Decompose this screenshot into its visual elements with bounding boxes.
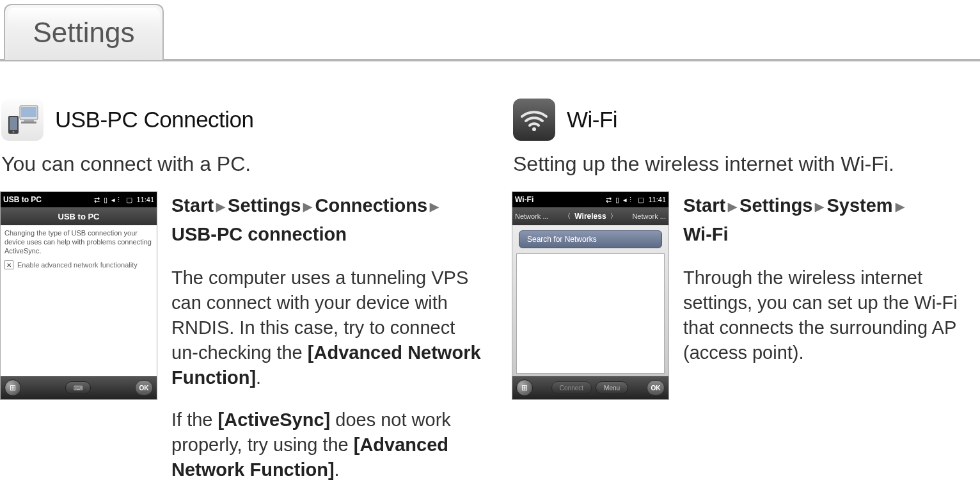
path-seg: USB-PC connection [171, 224, 347, 244]
usb-checkbox-row[interactable]: ✕ Enable advanced network functionality [1, 258, 157, 272]
tab-center-label: Wireless [574, 212, 606, 221]
windows-icon: ⊞ [10, 383, 16, 392]
usb-titlebar: USB to PC [1, 207, 157, 225]
triangle-icon: ▶ [725, 200, 739, 213]
svg-rect-1 [21, 107, 36, 117]
wifi-statusbar: Wi-Fi ⇄ ▯ ◂⋮ ▢ 11:41 [512, 192, 668, 207]
wifi-icon [513, 99, 555, 141]
tab-center[interactable]: 〈 Wireless 〉 [564, 212, 616, 221]
windows-icon: ⊞ [521, 383, 528, 392]
wifi-screenshot: Wi-Fi ⇄ ▯ ◂⋮ ▢ 11:41 Network ... 〈 Wirel… [512, 191, 669, 400]
path-seg: Start [171, 195, 214, 216]
usb-device-body: Changing the type of USB connection your… [1, 225, 157, 376]
tab-left[interactable]: Network ... [515, 212, 549, 220]
usb-screenshot: USB to PC ⇄ ▯ ◂⋮ ▢ 11:41 USB to PC Chang… [0, 191, 157, 400]
triangle-icon: ▶ [214, 200, 228, 213]
wifi-row: Wi-Fi ⇄ ▯ ◂⋮ ▢ 11:41 Network ... 〈 Wirel… [512, 191, 980, 400]
menu-label: Menu [604, 385, 620, 392]
connect-button[interactable]: Connect [551, 381, 592, 394]
usb-column: USB-PC Connection You can connect with a… [0, 90, 486, 482]
wifi-softbar: ⊞ Connect Menu OK [512, 376, 668, 399]
wifi-instructions: Start▶Settings▶System▶Wi-Fi Through the … [683, 191, 980, 400]
triangle-icon: ▶ [427, 200, 441, 213]
usb-checkbox-label: Enable advanced network functionality [17, 261, 138, 269]
path-seg: System [826, 195, 892, 216]
path-seg: Settings [739, 195, 812, 216]
usb-section-title: USB-PC Connection [55, 107, 254, 132]
settings-tab-label: Settings [33, 17, 135, 49]
wifi-path: Start▶Settings▶System▶Wi-Fi [683, 191, 980, 249]
wifi-intro: Setting up the wireless internet with Wi… [513, 152, 980, 176]
antenna-icon: ▯ [104, 196, 107, 204]
svg-point-6 [12, 131, 14, 132]
checkbox-icon[interactable]: ✕ [4, 260, 13, 269]
usb-intro: You can connect with a PC. [1, 152, 486, 176]
tab-right[interactable]: Network ... [632, 212, 666, 220]
usb-softbar: ⊞ ⌨ OK [1, 376, 157, 399]
text-bold: [ActiveSync] [218, 409, 331, 430]
wifi-para: Through the wireless internet settings, … [683, 266, 980, 366]
keyboard-button[interactable]: ⌨ [65, 381, 91, 394]
battery-icon: ▢ [638, 196, 644, 204]
usb-body-text: Changing the type of USB connection your… [1, 225, 157, 258]
search-networks-label: Search for Networks [527, 235, 597, 244]
battery-icon: ▢ [126, 196, 132, 204]
start-button[interactable]: ⊞ [516, 379, 533, 396]
antenna-icon: ▯ [615, 196, 619, 204]
text: If the [171, 409, 218, 430]
wifi-column: Wi-Fi Setting up the wireless internet w… [512, 90, 980, 482]
wifi-device-body: Search for Networks [512, 225, 668, 376]
ok-button[interactable]: OK [135, 380, 153, 395]
text: . [335, 459, 340, 480]
menu-button[interactable]: Menu [596, 381, 628, 394]
usb-status-title: USB to PC [3, 195, 42, 204]
chevron-left-icon: 〈 [564, 212, 571, 221]
text: . [256, 367, 261, 388]
usb-path: Start▶Settings▶Connections▶USB-PC connec… [171, 191, 486, 249]
networks-list-panel [516, 253, 665, 374]
tab-right-label: Network ... [632, 212, 666, 220]
settings-tab: Settings [4, 4, 164, 60]
signal-icon: ⇄ [606, 196, 612, 204]
wifi-section-title: Wi-Fi [567, 107, 617, 132]
keyboard-icon: ⌨ [74, 385, 83, 392]
wifi-status-time: 11:41 [648, 196, 666, 203]
wifi-status-right: ⇄ ▯ ◂⋮ ▢ 11:41 [606, 196, 666, 204]
wifi-status-title: Wi-Fi [515, 195, 533, 204]
usb-row: USB to PC ⇄ ▯ ◂⋮ ▢ 11:41 USB to PC Chang… [0, 191, 486, 482]
svg-point-7 [532, 127, 536, 131]
usb-instructions: Start▶Settings▶Connections▶USB-PC connec… [171, 191, 486, 482]
triangle-icon: ▶ [812, 200, 826, 213]
speaker-icon: ◂⋮ [623, 196, 634, 204]
ok-button[interactable]: OK [647, 380, 665, 395]
path-seg: Settings [228, 195, 301, 216]
signal-icon: ⇄ [94, 196, 100, 204]
chevron-right-icon: 〉 [610, 212, 617, 221]
path-seg: Connections [315, 195, 427, 216]
usb-status-right: ⇄ ▯ ◂⋮ ▢ 11:41 [94, 196, 154, 204]
usb-para1: The computer uses a tunneling VPS can co… [171, 266, 486, 391]
svg-rect-3 [21, 122, 36, 123]
start-button[interactable]: ⊞ [4, 379, 21, 396]
path-seg: Wi-Fi [683, 224, 729, 244]
speaker-icon: ◂⋮ [111, 196, 122, 204]
svg-rect-5 [10, 117, 17, 130]
triangle-icon: ▶ [893, 200, 907, 213]
usb-pc-icon [1, 99, 43, 141]
svg-rect-2 [24, 120, 34, 122]
wifi-tab-bar: Network ... 〈 Wireless 〉 Network ... [512, 207, 668, 225]
content-columns: USB-PC Connection You can connect with a… [0, 64, 980, 482]
usb-para2: If the [ActiveSync] does not work proper… [171, 408, 486, 482]
header: Settings [0, 0, 980, 64]
wifi-section-head: Wi-Fi [513, 99, 980, 141]
tab-left-label: Network ... [515, 212, 549, 220]
usb-status-time: 11:41 [136, 196, 154, 203]
search-networks-button[interactable]: Search for Networks [519, 230, 662, 248]
usb-statusbar: USB to PC ⇄ ▯ ◂⋮ ▢ 11:41 [1, 192, 157, 207]
connect-label: Connect [560, 385, 583, 392]
triangle-icon: ▶ [301, 200, 315, 213]
path-seg: Start [683, 195, 725, 216]
usb-section-head: USB-PC Connection [1, 99, 486, 141]
